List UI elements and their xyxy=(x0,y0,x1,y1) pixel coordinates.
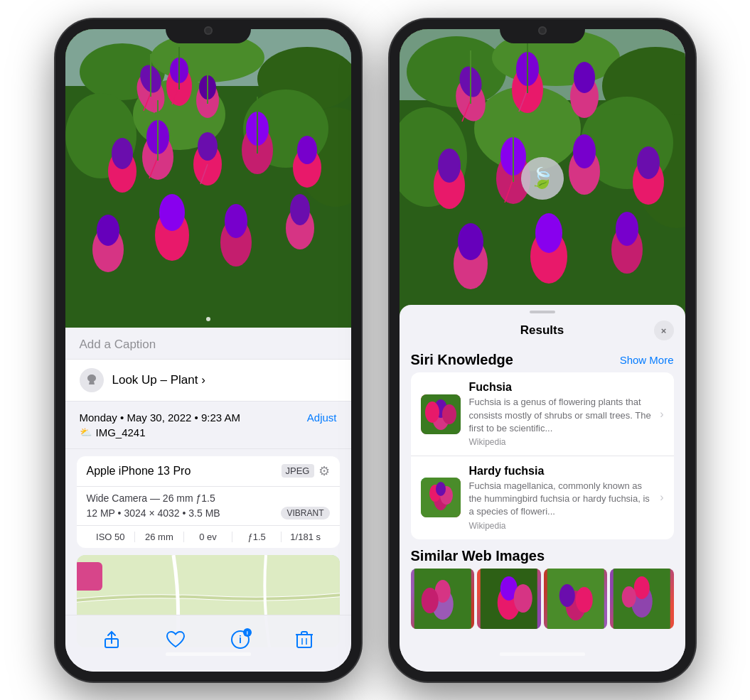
svg-point-2 xyxy=(80,43,165,100)
svg-point-21 xyxy=(242,126,273,174)
home-indicator-right xyxy=(500,652,585,656)
hardy-source: Wikipedia xyxy=(469,521,652,531)
meta-section: Monday • May 30, 2022 • 9:23 AM Adjust ⛅… xyxy=(65,402,351,449)
svg-point-32 xyxy=(290,194,310,225)
right-phone-screen: 🍃 Results × Siri Knowledge Show More xyxy=(400,29,685,672)
device-name: Apple iPhone 13 Pro xyxy=(87,465,191,478)
lookup-icon xyxy=(80,368,104,392)
device-row: Apple iPhone 13 Pro JPEG ⚙ xyxy=(77,456,340,487)
info-button[interactable]: i i xyxy=(226,625,255,654)
svg-point-3 xyxy=(151,33,264,82)
svg-point-26 xyxy=(97,215,119,246)
resolution-text: 12 MP • 3024 × 4032 • 3.5 MB xyxy=(87,507,220,519)
hardy-desc: Fuchsia magellanica, commonly known as t… xyxy=(469,480,652,519)
svg-line-35 xyxy=(172,86,179,104)
svg-point-9 xyxy=(132,70,169,116)
svg-point-14 xyxy=(199,75,216,99)
jpeg-badge: JPEG xyxy=(282,464,314,478)
camera-row: Wide Camera — 26 mm ƒ1.5 12 MP • 3024 × … xyxy=(77,487,340,526)
svg-point-61 xyxy=(474,86,581,171)
lookup-row[interactable]: Look Up – Plant › xyxy=(65,360,351,402)
svg-point-63 xyxy=(451,75,489,124)
svg-point-114 xyxy=(634,576,650,599)
svg-point-43 xyxy=(206,317,210,321)
caption-placeholder: Add a Caption xyxy=(80,338,156,351)
favorite-button[interactable] xyxy=(161,625,190,654)
svg-point-20 xyxy=(198,132,218,161)
cloud-icon: ⛅ xyxy=(80,426,92,438)
svg-point-115 xyxy=(622,586,636,608)
svg-point-93 xyxy=(425,402,439,423)
toolbar: i i xyxy=(65,615,351,672)
svg-point-18 xyxy=(146,120,169,154)
similar-image-3[interactable] xyxy=(544,569,608,629)
camera-specs: Wide Camera — 26 mm ƒ1.5 xyxy=(87,492,330,504)
siri-icon-overlay: 🍃 xyxy=(521,157,564,200)
svg-point-81 xyxy=(611,225,643,274)
knowledge-item-hardy[interactable]: Hardy fuchsia Fuchsia magellanica, commo… xyxy=(411,456,674,539)
delete-button[interactable] xyxy=(290,625,318,654)
svg-line-83 xyxy=(462,100,471,122)
exif-row: ISO 50 26 mm 0 ev ƒ1.5 1/181 s xyxy=(77,526,340,548)
similar-image-2[interactable] xyxy=(477,569,541,629)
svg-point-68 xyxy=(574,62,595,93)
svg-point-94 xyxy=(442,404,456,424)
focal-value: 26 mm xyxy=(135,532,184,542)
show-more-button[interactable]: Show More xyxy=(620,354,674,366)
svg-point-67 xyxy=(570,75,599,118)
svg-point-65 xyxy=(512,66,543,113)
svg-point-73 xyxy=(569,148,600,195)
svg-point-58 xyxy=(602,47,685,125)
svg-line-37 xyxy=(200,164,208,184)
svg-line-84 xyxy=(519,90,527,112)
fuchsia-info: Fuchsia Fuchsia is a genus of flowering … xyxy=(469,381,652,447)
svg-line-34 xyxy=(151,93,154,113)
svg-point-5 xyxy=(65,93,136,178)
similar-header: Similar Web Images xyxy=(400,539,685,569)
settings-icon: ⚙ xyxy=(318,463,330,479)
hardy-name: Hardy fuchsia xyxy=(469,465,652,478)
siri-knowledge-title: Siri Knowledge xyxy=(411,352,513,368)
svg-point-59 xyxy=(400,107,467,207)
svg-point-30 xyxy=(225,204,247,238)
meta-date: Monday • May 30, 2022 • 9:23 AM xyxy=(80,411,240,424)
svg-point-7 xyxy=(133,79,225,150)
svg-point-56 xyxy=(407,36,506,107)
svg-point-15 xyxy=(108,150,136,193)
fuchsia-source: Wikipedia xyxy=(469,437,652,447)
left-phone: Add a Caption Look Up – Plant › Monday •… xyxy=(55,19,361,682)
results-header: Results × xyxy=(400,313,685,346)
hardy-chevron: › xyxy=(660,491,663,504)
svg-point-4 xyxy=(257,47,351,111)
knowledge-item-fuchsia[interactable]: Fuchsia Fuchsia is a genus of flowering … xyxy=(411,372,674,456)
svg-point-103 xyxy=(421,588,438,613)
svg-point-22 xyxy=(246,112,269,146)
svg-point-62 xyxy=(581,97,673,189)
svg-point-25 xyxy=(92,227,124,272)
caption-area[interactable]: Add a Caption xyxy=(65,328,351,360)
home-indicator-left xyxy=(166,652,251,656)
adjust-button[interactable]: Adjust xyxy=(307,411,337,424)
svg-point-16 xyxy=(112,138,133,169)
svg-point-78 xyxy=(458,223,483,260)
svg-point-110 xyxy=(559,584,574,607)
ev-value: 0 ev xyxy=(184,532,233,542)
close-button[interactable]: × xyxy=(654,321,674,340)
svg-point-70 xyxy=(438,149,461,183)
svg-point-76 xyxy=(637,146,660,179)
svg-point-12 xyxy=(170,58,188,83)
svg-point-57 xyxy=(492,29,620,86)
similar-image-4[interactable] xyxy=(610,569,674,629)
svg-point-82 xyxy=(616,212,638,246)
svg-rect-0 xyxy=(65,29,351,328)
svg-point-107 xyxy=(514,584,532,613)
results-sheet: Results × Siri Knowledge Show More xyxy=(400,305,685,671)
device-badges: JPEG ⚙ xyxy=(282,463,330,479)
similar-image-1[interactable] xyxy=(411,569,475,629)
results-title: Results xyxy=(431,323,654,338)
svg-point-24 xyxy=(297,136,317,164)
fuchsia-desc: Fuchsia is a genus of flowering plants t… xyxy=(469,396,652,435)
svg-point-13 xyxy=(196,82,219,118)
share-button[interactable] xyxy=(97,625,126,654)
svg-point-60 xyxy=(634,114,685,228)
